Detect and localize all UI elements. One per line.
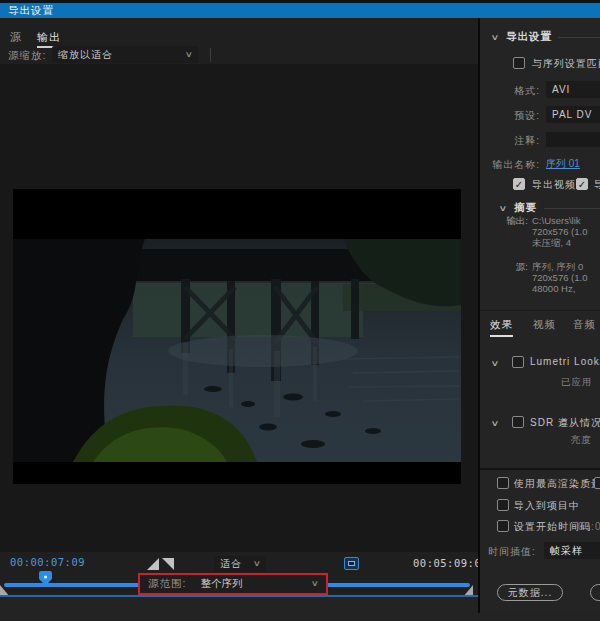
import-into-project-label: 导入到项目中 bbox=[514, 499, 580, 513]
export-settings-header: 导出设置 bbox=[506, 30, 552, 44]
max-render-quality-label: 使用最高渲染质量 bbox=[514, 477, 600, 491]
options-divider bbox=[480, 468, 600, 470]
summary-header: 摘要 bbox=[514, 201, 537, 215]
sdr-conform-checkbox[interactable] bbox=[512, 416, 524, 428]
source-range-label: 源范围: bbox=[148, 577, 186, 591]
preset-label: 预设: bbox=[480, 109, 540, 123]
partial-button[interactable] bbox=[590, 584, 600, 601]
tab-video[interactable]: 视频 bbox=[533, 318, 556, 335]
current-timecode: 00:00:07:09 bbox=[10, 556, 85, 568]
import-into-project-checkbox[interactable] bbox=[497, 499, 509, 511]
tab-output[interactable]: 输出 bbox=[37, 27, 61, 45]
settings-panel: ∨ 导出设置 与序列设置匹配 格式: AVI 预设: PAL DV 注释: 输出… bbox=[480, 18, 600, 613]
match-sequence-label: 与序列设置匹配 bbox=[532, 57, 600, 71]
summary-output-text: C:\Users\lik 720x576 (1.0 未压缩, 4 bbox=[532, 215, 587, 248]
format-value: AVI bbox=[552, 84, 570, 95]
sdr-brightness-label: 亮度 bbox=[571, 434, 592, 447]
comments-input[interactable] bbox=[546, 132, 600, 147]
export-settings-dialog: 导出设置 源 输出 源缩放: 缩放以适合 ∨ bbox=[0, 0, 600, 621]
export-audio-checkbox[interactable] bbox=[576, 178, 588, 190]
summary-output-label: 输出: bbox=[480, 215, 528, 228]
set-start-timecode-checkbox[interactable] bbox=[497, 520, 509, 532]
toolbar-separator bbox=[210, 48, 211, 62]
export-audio-label: 导出音频 bbox=[594, 178, 600, 192]
start-timecode-value: 00:0 bbox=[578, 521, 600, 532]
set-out-point-icon[interactable] bbox=[162, 558, 174, 570]
tab-source-label: 源 bbox=[10, 31, 22, 46]
source-range-icon[interactable] bbox=[344, 557, 359, 570]
lumetri-label: Lumetri Look/LUT bbox=[530, 356, 600, 367]
source-range-highlight: 源范围: 整个序列 ∨ bbox=[138, 573, 328, 595]
summary-source-text: 序列, 序列 0 720x576 (1.0 48000 Hz, bbox=[532, 261, 587, 294]
video-preview-image bbox=[13, 239, 461, 462]
chevron-down-icon[interactable]: ∨ bbox=[499, 204, 508, 213]
time-interpolation-select[interactable]: 帧采样 bbox=[544, 542, 600, 559]
time-interpolation-label: 时间插值: bbox=[488, 545, 536, 559]
export-video-checkbox[interactable] bbox=[513, 178, 525, 190]
preset-select[interactable]: PAL DV bbox=[546, 106, 600, 123]
output-name-label: 输出名称: bbox=[480, 158, 540, 172]
comments-label: 注释: bbox=[480, 134, 540, 148]
format-select[interactable]: AVI bbox=[546, 81, 600, 98]
lumetri-status: 已应用 bbox=[561, 376, 593, 389]
zoom-level-select[interactable]: 适合 ∨ bbox=[214, 556, 266, 572]
chevron-down-icon[interactable]: ∨ bbox=[491, 359, 500, 368]
tab-source[interactable]: 源 bbox=[10, 27, 22, 45]
match-sequence-checkbox[interactable] bbox=[513, 57, 525, 69]
export-video-label: 导出视频 bbox=[532, 178, 576, 192]
set-in-point-icon[interactable] bbox=[147, 558, 159, 570]
extra-option-checkbox[interactable] bbox=[594, 477, 600, 489]
source-scaling-select[interactable]: 缩放以适合 ∨ bbox=[52, 46, 198, 63]
video-frame[interactable] bbox=[13, 189, 461, 484]
metadata-button[interactable]: 元数据... bbox=[497, 584, 563, 601]
source-range-select[interactable]: 整个序列 bbox=[200, 577, 312, 591]
chevron-down-icon: ∨ bbox=[253, 560, 261, 568]
chevron-down-icon: ∨ bbox=[185, 51, 193, 59]
tab-audio[interactable]: 音频 bbox=[573, 318, 596, 335]
preview-panel: 源 输出 源缩放: 缩放以适合 ∨ bbox=[0, 18, 478, 613]
preset-value: PAL DV bbox=[552, 109, 592, 120]
preview-area bbox=[0, 64, 478, 552]
section-rule bbox=[544, 208, 600, 209]
summary-source-label: 源: bbox=[480, 261, 528, 274]
chevron-down-icon[interactable]: ∨ bbox=[491, 33, 500, 42]
section-rule bbox=[558, 37, 600, 38]
time-interpolation-value: 帧采样 bbox=[550, 544, 583, 558]
lumetri-checkbox[interactable] bbox=[512, 356, 524, 368]
zoom-level-value: 适合 bbox=[220, 557, 242, 571]
duration-timecode: 00:05:09:02 bbox=[413, 557, 488, 569]
tab-effects[interactable]: 效果 bbox=[490, 318, 513, 337]
source-scaling-label: 源缩放: bbox=[8, 49, 46, 63]
chevron-down-icon: ∨ bbox=[311, 580, 319, 588]
max-render-quality-checkbox[interactable] bbox=[497, 477, 509, 489]
metadata-button-label: 元数据... bbox=[508, 586, 552, 600]
dialog-title-bar[interactable]: 导出设置 bbox=[0, 3, 600, 18]
output-name-link[interactable]: 序列 01 bbox=[546, 157, 580, 171]
source-scaling-value: 缩放以适合 bbox=[58, 48, 113, 62]
format-label: 格式: bbox=[480, 84, 540, 98]
sdr-conform-label: SDR 遵从情况 bbox=[530, 416, 600, 430]
playhead[interactable] bbox=[39, 571, 52, 586]
tabs-separator bbox=[480, 310, 600, 311]
chevron-down-icon[interactable]: ∨ bbox=[491, 419, 500, 428]
dialog-title: 导出设置 bbox=[8, 4, 54, 18]
